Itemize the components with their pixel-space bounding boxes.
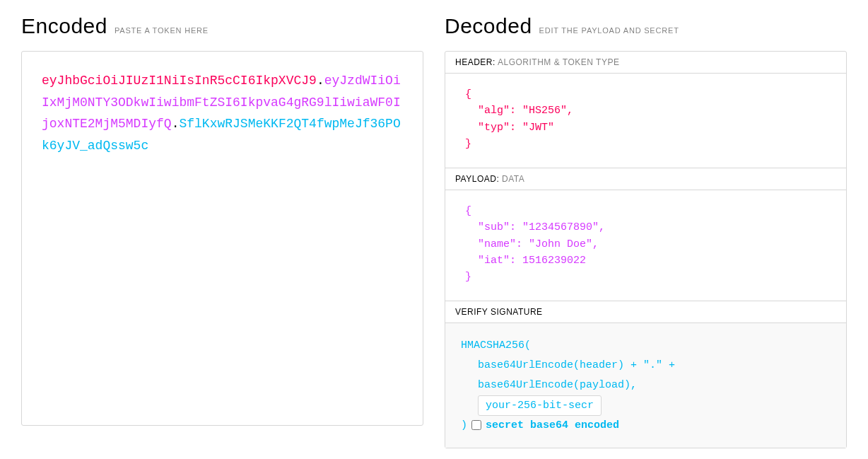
- decoded-title: Decoded: [445, 14, 532, 38]
- decoded-signature-label: VERIFY SIGNATURE: [455, 307, 543, 317]
- decoded-payload-label: PAYLOAD:: [455, 174, 499, 184]
- decoded-payload-editor[interactable]: { "sub": "1234567890", "name": "John Doe…: [445, 190, 846, 301]
- encoded-title: Encoded: [21, 14, 107, 38]
- decoded-payload-section: PAYLOAD: DATA { "sub": "1234567890", "na…: [445, 168, 846, 301]
- secret-base64-label[interactable]: secret base64 encoded: [486, 416, 619, 436]
- jwt-header-segment: eyJhbGciOiJIUzI1NiIsInR5cCI6IkpXVCJ9: [42, 74, 317, 88]
- decoded-subtitle: EDIT THE PAYLOAD AND SECRET: [539, 26, 679, 35]
- dot-1: .: [317, 74, 324, 88]
- decoded-panel: HEADER: ALGORITHM & TOKEN TYPE { "alg": …: [445, 51, 847, 448]
- decoded-header-label-row: HEADER: ALGORITHM & TOKEN TYPE: [445, 52, 846, 73]
- sig-close-paren: ): [461, 416, 467, 436]
- sig-line2: base64UrlEncode(payload),: [461, 376, 831, 395]
- encoded-token-editor[interactable]: eyJhbGciOiJIUzI1NiIsInR5cCI6IkpXVCJ9.eyJ…: [21, 51, 423, 426]
- decoded-column: Decoded EDIT THE PAYLOAD AND SECRET HEAD…: [445, 14, 847, 448]
- dot-2: .: [172, 117, 180, 131]
- decoded-header-editor[interactable]: { "alg": "HS256", "typ": "JWT" }: [445, 73, 846, 168]
- secret-base64-checkbox[interactable]: [471, 420, 481, 430]
- decoded-header-section: HEADER: ALGORITHM & TOKEN TYPE { "alg": …: [445, 52, 846, 168]
- decoded-payload-sublabel: DATA: [502, 174, 524, 184]
- sig-line1: base64UrlEncode(header) + "." +: [461, 356, 831, 376]
- encoded-subtitle: PASTE A TOKEN HERE: [115, 26, 209, 35]
- decoded-header-sublabel: ALGORITHM & TOKEN TYPE: [498, 57, 619, 67]
- decoded-payload-label-row: PAYLOAD: DATA: [445, 168, 846, 190]
- decoded-signature-section: VERIFY SIGNATURE HMACSHA256( base64UrlEn…: [445, 301, 846, 448]
- sig-fn-open: HMACSHA256(: [461, 336, 831, 356]
- secret-input[interactable]: [478, 395, 602, 416]
- decoded-signature-label-row: VERIFY SIGNATURE: [445, 301, 846, 323]
- decoded-header-label: HEADER:: [455, 57, 495, 67]
- decoded-signature-body: HMACSHA256( base64UrlEncode(header) + ".…: [445, 323, 846, 448]
- encoded-column: Encoded PASTE A TOKEN HERE eyJhbGciOiJIU…: [21, 14, 423, 448]
